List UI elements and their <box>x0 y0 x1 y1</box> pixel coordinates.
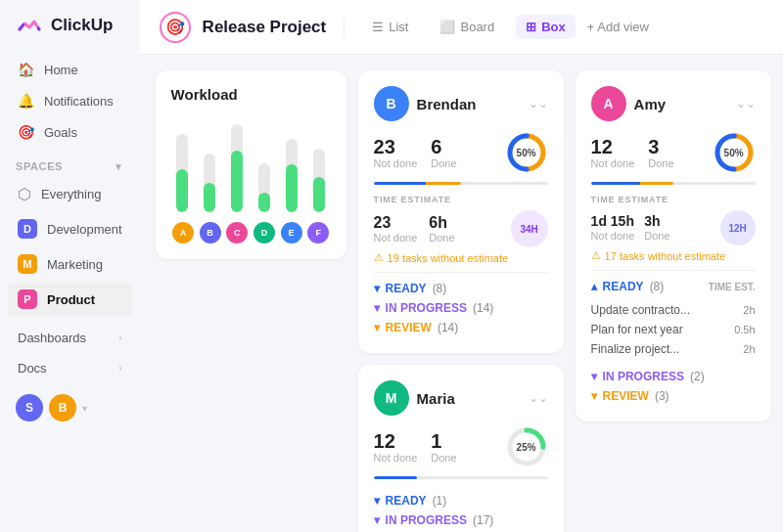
sidebar-bottom: Dashboards › Docs › S B ▾ <box>0 316 140 429</box>
divider <box>374 272 548 273</box>
notification-icon: 🔔 <box>18 93 34 109</box>
content-area: Workload <box>140 55 783 532</box>
amy-time-estimate: TIME ESTIMATE 1d 15h Not done 3h Done 12… <box>591 195 756 262</box>
amy-in-progress-section[interactable]: ▾ IN PROGRESS (2) <box>591 367 756 386</box>
clickup-logo-icon <box>16 12 43 39</box>
header-divider <box>344 18 345 37</box>
board-icon: ⬜ <box>439 20 455 34</box>
amy-ready-header[interactable]: ▴ READY (8) TIME EST. <box>591 277 756 296</box>
sidebar-nav: 🏠 Home 🔔 Notifications 🎯 Goals <box>0 55 140 147</box>
bar-5 <box>281 114 303 212</box>
amy-name: Amy <box>634 96 667 112</box>
task-time-3: 2h <box>743 343 755 355</box>
brendan-expand-icon[interactable]: ⌄⌄ <box>529 97 548 111</box>
warning-icon: ⚠ <box>591 249 601 262</box>
brendan-ready-section[interactable]: ▾ READY (8) <box>374 279 548 298</box>
sidebar-item-product[interactable]: P Product <box>8 283 132 316</box>
add-view-button[interactable]: + Add view <box>587 20 649 34</box>
brendan-avatar: B <box>374 86 409 121</box>
maria-stats-row: 12 Not done 1 Done 25% <box>374 425 548 468</box>
amy-header: A Amy ⌄⌄ <box>591 86 756 121</box>
bar-1 <box>171 114 194 212</box>
brendan-time-done: 6h <box>429 214 454 232</box>
view-box-button[interactable]: ⊞ Box <box>516 15 576 39</box>
amy-donut-label: 50% <box>724 148 744 158</box>
bar-6 <box>308 114 331 212</box>
chevron-down-progress-icon: ▾ <box>374 513 380 527</box>
amy-time-badge: 12H <box>728 223 746 234</box>
sidebar-item-home[interactable]: 🏠 Home <box>8 55 132 84</box>
brendan-header: B Brendan ⌄⌄ <box>374 86 548 121</box>
task-row-2[interactable]: Plan for next year 0.5h <box>591 320 756 339</box>
box-icon: ⊞ <box>526 20 536 34</box>
brendan-time-badge: 34H <box>520 224 537 235</box>
brendan-warning: ⚠ 19 tasks without estimate <box>374 251 548 264</box>
maria-name: Maria <box>417 390 455 407</box>
maria-donut: 25% <box>505 425 548 468</box>
amy-donut: 50% <box>713 131 756 174</box>
dropdown-icon: ▾ <box>82 403 87 414</box>
brendan-review-section[interactable]: ▾ REVIEW (14) <box>374 318 548 337</box>
brendan-progress-bar <box>374 182 548 185</box>
brendan-name: Brendan <box>417 96 477 112</box>
spaces-header: Spaces ▼ <box>0 147 140 178</box>
warning-icon: ⚠ <box>374 251 384 264</box>
maria-avatar: M <box>374 380 409 416</box>
sidebar-item-marketing[interactable]: M Marketing <box>8 247 132 281</box>
sidebar-item-docs[interactable]: Docs › <box>16 354 124 382</box>
chevron-right-icon: › <box>118 332 121 343</box>
time-estimate-section: TIME ESTIMATE 23 Not done 6h Done 34H <box>374 195 548 264</box>
maria-header: M Maria ⌄⌄ <box>374 380 548 416</box>
bar-2 <box>199 114 221 212</box>
sidebar-item-everything[interactable]: ⬡ Everything <box>8 178 132 210</box>
maria-ready-section[interactable]: ▾ READY (1) <box>374 491 548 510</box>
bar-avatar-row: A B C D E F <box>171 222 331 244</box>
view-list-button[interactable]: ☰ List <box>362 15 418 39</box>
chevron-down-progress-icon: ▾ <box>374 301 380 315</box>
chevron-down-review-icon: ▾ <box>591 389 597 403</box>
brendan-done-label: Done <box>431 157 456 169</box>
amy-stats-row: 12 Not done 3 Done 50% <box>591 131 756 174</box>
sidebar-item-goals[interactable]: 🎯 Goals <box>8 117 132 147</box>
maria-in-progress-section[interactable]: ▾ IN PROGRESS (17) <box>374 510 548 530</box>
sidebar-item-development[interactable]: D Development <box>8 212 132 245</box>
maria-done-value: 1 <box>431 430 456 452</box>
brendan-done-value: 6 <box>431 136 456 157</box>
amy-avatar: A <box>591 86 626 121</box>
main-area: 🎯 Release Project ☰ List ⬜ Board ⊞ Box +… <box>140 0 783 532</box>
marketing-space-dot: M <box>18 254 37 274</box>
logo-text: ClickUp <box>51 16 113 35</box>
sidebar-item-dashboards[interactable]: Dashboards › <box>16 324 124 352</box>
amy-time-estimate-label: TIME ESTIMATE <box>591 195 756 204</box>
brendan-in-progress-section[interactable]: ▾ IN PROGRESS (14) <box>374 298 548 318</box>
task-time-2: 0.5h <box>734 324 755 335</box>
sidebar-item-notifications[interactable]: 🔔 Notifications <box>8 86 132 115</box>
task-row-1[interactable]: Update contracto... 2h <box>591 300 756 320</box>
mini-avatar-1: A <box>172 222 194 244</box>
view-board-button[interactable]: ⬜ Board <box>430 15 504 39</box>
mini-avatar-5: E <box>281 222 302 244</box>
mini-avatar-3: C <box>226 222 248 244</box>
mini-avatar-6: F <box>307 222 329 244</box>
chevron-down-ready-icon: ▾ <box>374 282 380 295</box>
amy-task-list: Update contracto... 2h Plan for next yea… <box>591 296 756 363</box>
brendan-not-done-label: Not done <box>374 157 418 169</box>
amy-expand-icon[interactable]: ⌄⌄ <box>736 97 756 111</box>
project-title: Release Project <box>203 18 327 37</box>
goals-icon: 🎯 <box>18 124 34 140</box>
chevron-right-icon: › <box>118 363 121 374</box>
avatar-b: B <box>49 394 76 421</box>
spaces-list: ⬡ Everything D Development M Marketing P… <box>0 178 140 316</box>
workload-card: Workload <box>156 70 346 259</box>
maria-expand-icon[interactable]: ⌄⌄ <box>529 391 548 405</box>
workload-title: Workload <box>171 86 331 103</box>
development-space-dot: D <box>18 219 37 239</box>
amy-review-section[interactable]: ▾ REVIEW (3) <box>591 386 756 406</box>
amy-time-not-done: 1d 15h <box>591 214 635 229</box>
brendan-time-not-done: 23 <box>374 214 418 232</box>
mini-avatar-2: B <box>200 222 221 244</box>
project-icon: 🎯 <box>160 12 191 43</box>
chevron-down-icon: ▼ <box>114 161 124 172</box>
list-icon: ☰ <box>372 20 384 34</box>
task-row-3[interactable]: Finalize project... 2h <box>591 339 756 359</box>
